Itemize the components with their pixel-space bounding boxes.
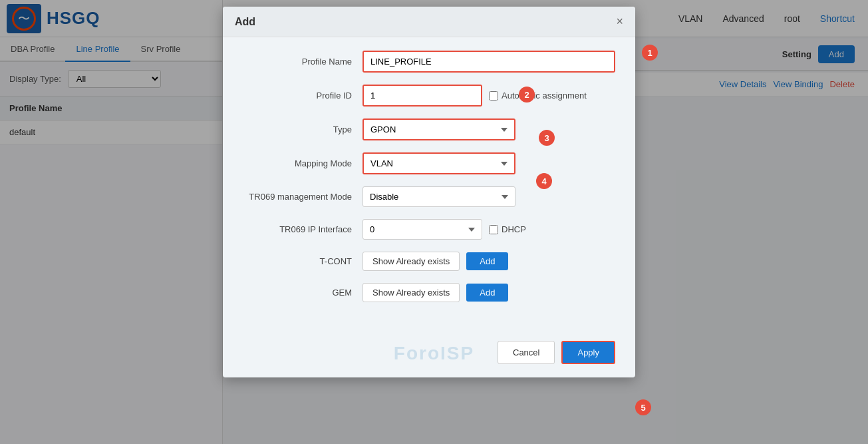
tr069-ip-row: TR069 IP Interface 0 DHCP (243, 219, 615, 240)
type-label: Type (243, 124, 362, 134)
badge-1: 1 (642, 45, 658, 61)
type-select[interactable]: GPON EPON (362, 118, 515, 140)
badge-2: 2 (519, 87, 535, 103)
tcont-show-button[interactable]: Show Already exists (362, 252, 460, 271)
automatic-assignment-checkbox-label: Automatic assignment (489, 91, 587, 101)
automatic-assignment-label: Automatic assignment (502, 91, 587, 101)
tcont-add-button[interactable]: Add (466, 252, 508, 270)
tcont-row: T-CONT Show Already exists Add (243, 252, 615, 271)
dhcp-checkbox[interactable] (489, 225, 498, 234)
badge-3: 3 (539, 130, 555, 146)
apply-button[interactable]: Apply (561, 341, 615, 364)
badge-5: 5 (635, 399, 651, 415)
profile-id-group: Automatic assignment (362, 85, 615, 107)
mapping-mode-select[interactable]: VLAN GEM (362, 152, 515, 174)
profile-name-label: Profile Name (243, 57, 362, 67)
gem-add-button[interactable]: Add (466, 284, 508, 302)
modal-body: Profile Name Profile ID Automatic assign… (223, 37, 635, 328)
gem-show-button[interactable]: Show Already exists (362, 283, 460, 302)
profile-id-label: Profile ID (243, 91, 362, 101)
tr069-ip-group: 0 DHCP (362, 219, 615, 240)
mapping-mode-row: Mapping Mode VLAN GEM (243, 152, 615, 174)
type-row: Type GPON EPON (243, 118, 615, 140)
profile-id-row: Profile ID Automatic assignment (243, 85, 615, 107)
profile-name-row: Profile Name (243, 51, 615, 73)
gem-group: Show Already exists Add (362, 283, 615, 302)
cancel-button[interactable]: Cancel (498, 341, 555, 364)
modal-footer: Cancel Apply (223, 334, 635, 371)
gem-label: GEM (243, 288, 362, 298)
tr069-mode-select[interactable]: Disable Enable (362, 186, 515, 207)
add-modal: Add × Profile Name Profile ID Automatic … (223, 7, 635, 377)
gem-row: GEM Show Already exists Add (243, 283, 615, 302)
tr069-ip-select[interactable]: 0 (362, 219, 482, 240)
tr069-mode-label: TR069 management Mode (243, 192, 362, 202)
modal-title: Add (235, 16, 255, 28)
mapping-mode-label: Mapping Mode (243, 158, 362, 168)
modal-header: Add × (223, 7, 635, 37)
dhcp-checkbox-label: DHCP (489, 224, 526, 234)
tr069-ip-label: TR069 IP Interface (243, 224, 362, 234)
dhcp-label: DHCP (502, 224, 526, 234)
profile-id-input[interactable] (362, 85, 482, 107)
tcont-group: Show Already exists Add (362, 252, 615, 271)
profile-name-input[interactable] (362, 51, 615, 73)
tcont-label: T-CONT (243, 256, 362, 266)
modal-close-button[interactable]: × (616, 15, 623, 29)
badge-4: 4 (536, 173, 552, 189)
automatic-assignment-checkbox[interactable] (489, 91, 498, 101)
tr069-mode-row: TR069 management Mode Disable Enable (243, 186, 615, 207)
